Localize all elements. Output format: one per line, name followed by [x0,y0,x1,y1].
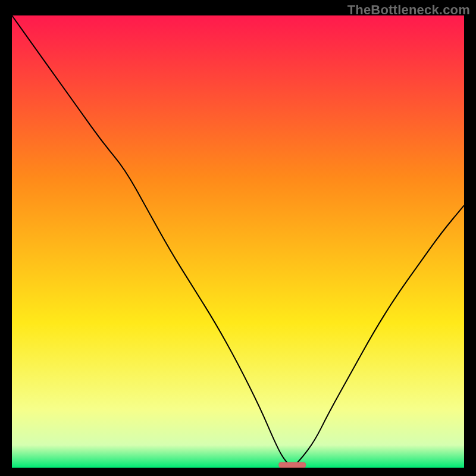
plot-area [12,15,464,468]
chart-frame: TheBottleneck.com [0,0,476,476]
minimum-marker [278,462,306,468]
chart-svg [12,15,464,468]
gradient-background [12,15,464,468]
